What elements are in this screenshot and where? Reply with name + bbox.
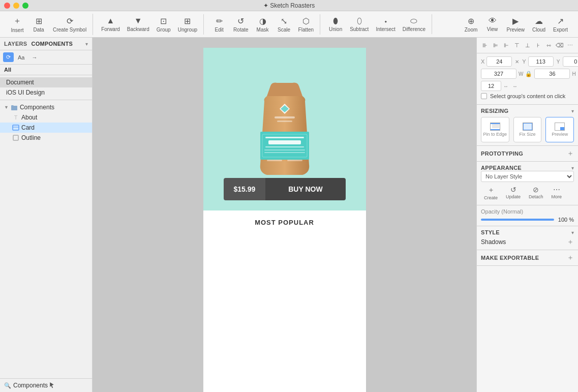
lock-icon[interactable]: 🔒 bbox=[525, 70, 532, 77]
fix-size-button[interactable]: Fix Size bbox=[513, 117, 542, 142]
ungroup-button[interactable]: ⊞ Ungroup bbox=[175, 14, 200, 35]
prototyping-add-icon[interactable]: ＋ bbox=[567, 149, 574, 158]
x-input[interactable] bbox=[486, 56, 512, 67]
delete-button[interactable]: ⌫ bbox=[555, 40, 564, 51]
rotation-input[interactable] bbox=[563, 56, 578, 67]
maximize-button[interactable] bbox=[22, 3, 28, 9]
align-left-button[interactable]: ⊪ bbox=[480, 40, 490, 51]
sidebar-chevron-icon[interactable]: ▾ bbox=[85, 41, 88, 47]
scope-text-button[interactable]: Aa bbox=[15, 53, 27, 62]
prototyping-title-text: PROTOTYPING bbox=[481, 150, 523, 157]
flatten-button[interactable]: ⬡ Flatten bbox=[295, 14, 317, 35]
svg-rect-1 bbox=[13, 125, 19, 130]
align-bottom-button[interactable]: ⊦ bbox=[533, 40, 543, 51]
canvas[interactable]: $15.99 BUY NOW MOST POPULAR bbox=[93, 38, 476, 392]
prototyping-title[interactable]: PROTOTYPING ＋ bbox=[481, 149, 574, 158]
scope-arrow-button[interactable]: → bbox=[28, 53, 40, 62]
all-filter[interactable]: All bbox=[4, 67, 11, 73]
svg-rect-14 bbox=[264, 152, 305, 153]
buy-now-button[interactable]: BUY NOW bbox=[265, 178, 345, 200]
more-icon: ⋯ bbox=[553, 186, 560, 194]
y-input[interactable] bbox=[528, 56, 554, 67]
edit-label: Edit bbox=[215, 27, 223, 33]
style-title-text: STYLE bbox=[481, 229, 500, 235]
close-button[interactable] bbox=[4, 3, 10, 9]
library-ios-ui[interactable]: iOS UI Design bbox=[0, 87, 92, 98]
distribute-h-button[interactable]: ⇿ bbox=[544, 40, 554, 51]
height-input[interactable] bbox=[534, 69, 570, 79]
group-button[interactable]: ⊡ Group bbox=[154, 14, 174, 35]
layers-tab[interactable]: LAYERS bbox=[4, 41, 27, 47]
layer-group-components: ▼ Components T About Card bbox=[0, 102, 92, 143]
preview-resize-label: Preview bbox=[552, 132, 568, 137]
export-button[interactable]: ↗ Export bbox=[550, 14, 571, 35]
scale-button[interactable]: ⤡ Scale bbox=[274, 14, 294, 35]
exportable-title[interactable]: MAKE EXPORTABLE ＋ bbox=[481, 253, 574, 262]
components-group-header[interactable]: ▼ Components bbox=[0, 102, 92, 112]
resizing-chevron-icon: ▾ bbox=[571, 108, 574, 114]
select-content-checkbox[interactable] bbox=[481, 93, 487, 99]
card-layer[interactable]: Card bbox=[0, 123, 92, 133]
outline-layer-label: Outline bbox=[21, 134, 41, 141]
subtract-button[interactable]: ⬯ Subtract bbox=[347, 14, 372, 34]
search-text[interactable]: Components bbox=[13, 382, 48, 389]
style-title[interactable]: STYLE ▾ bbox=[481, 229, 574, 235]
letter-spacing-input[interactable] bbox=[481, 81, 501, 91]
data-button[interactable]: ⊞ Data bbox=[28, 14, 49, 35]
select-content-row: Select group's content on click bbox=[481, 93, 574, 99]
preview-resize-button[interactable]: Preview bbox=[545, 117, 574, 142]
backward-icon: ▼ bbox=[134, 16, 142, 25]
rotate-button[interactable]: ↺ Rotate bbox=[230, 14, 251, 35]
mask-button[interactable]: ◑ Mask bbox=[253, 14, 273, 35]
flatten-icon: ⬡ bbox=[302, 16, 310, 26]
more-button[interactable]: ⋯ bbox=[565, 40, 575, 51]
opacity-slider[interactable] bbox=[481, 219, 554, 221]
align-center-h-button[interactable]: ⊫ bbox=[491, 40, 500, 51]
sidebar-header: LAYERS COMPONENTS ▾ bbox=[0, 38, 92, 50]
align-center-v-button[interactable]: ⊥ bbox=[523, 40, 532, 51]
exportable-add-icon[interactable]: ＋ bbox=[567, 253, 574, 262]
h-label: H bbox=[572, 71, 575, 77]
sidebar: LAYERS COMPONENTS ▾ ⟳ Aa → All Document … bbox=[0, 38, 93, 392]
update-symbol-btn[interactable]: ↺ Update bbox=[503, 184, 524, 202]
appearance-title[interactable]: APPEARANCE ▾ bbox=[481, 165, 574, 171]
appearance-chevron-icon: ▾ bbox=[571, 165, 574, 171]
view-button[interactable]: 👁 View bbox=[482, 14, 503, 34]
forward-button[interactable]: ▲ Forward bbox=[98, 14, 123, 34]
detach-symbol-btn[interactable]: ⊘ Detach bbox=[526, 184, 546, 202]
position-section: X ✕ Y Y W 🔒 H ↔ ↔ bbox=[477, 53, 578, 105]
cloud-label: Cloud bbox=[532, 27, 545, 33]
backward-button[interactable]: ▼ Backward bbox=[124, 14, 153, 34]
create-symbol-button[interactable]: ⟳ Create Symbol bbox=[50, 14, 89, 35]
width-input[interactable] bbox=[481, 69, 516, 79]
zoom-button[interactable]: ⊕ Zoom bbox=[461, 14, 481, 35]
align-top-button[interactable]: ⊤ bbox=[512, 40, 522, 51]
edit-button[interactable]: ✏ Edit bbox=[209, 14, 229, 35]
create-symbol-btn[interactable]: ＋ Create bbox=[481, 184, 501, 202]
align-right-button[interactable]: ⊩ bbox=[501, 40, 511, 51]
layer-style-select[interactable]: No Layer Style bbox=[481, 171, 574, 182]
intersect-button[interactable]: ⬩ Intersect bbox=[373, 14, 398, 34]
preview-label: Preview bbox=[507, 27, 525, 33]
insert-icon: ＋ bbox=[13, 16, 21, 26]
cloud-button[interactable]: ☁ Cloud bbox=[529, 14, 549, 35]
toolbar-insert-group: ＋ Insert ⊞ Data ⟳ Create Symbol bbox=[4, 14, 93, 35]
about-layer[interactable]: T About bbox=[0, 112, 92, 123]
more-symbol-btn[interactable]: ⋯ More bbox=[549, 184, 565, 202]
scope-refresh-button[interactable]: ⟳ bbox=[3, 52, 14, 62]
y-label: Y bbox=[522, 58, 526, 65]
union-button[interactable]: ⬮ Union bbox=[325, 14, 346, 34]
insert-button[interactable]: ＋ Insert bbox=[7, 14, 27, 35]
difference-button[interactable]: ⬭ Difference bbox=[400, 14, 429, 34]
components-tab[interactable]: COMPONENTS bbox=[31, 41, 73, 47]
shadows-add-icon[interactable]: ＋ bbox=[567, 237, 574, 247]
price-button[interactable]: $15.99 bbox=[224, 178, 266, 200]
library-document[interactable]: Document bbox=[0, 77, 92, 87]
resizing-title[interactable]: RESIZING ▾ bbox=[481, 108, 574, 114]
preview-button[interactable]: ▶ Preview bbox=[504, 14, 528, 35]
minimize-button[interactable] bbox=[13, 3, 19, 9]
outline-layer[interactable]: Outline bbox=[0, 133, 92, 143]
x-label: X bbox=[481, 58, 484, 65]
symbol-actions: ＋ Create ↺ Update ⊘ Detach ⋯ More bbox=[481, 184, 574, 202]
pin-to-edge-button[interactable]: Pin to Edge bbox=[481, 117, 509, 142]
